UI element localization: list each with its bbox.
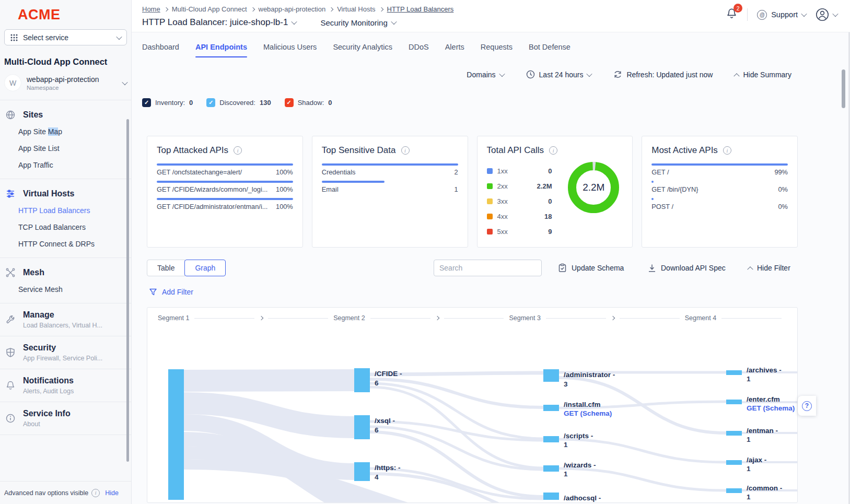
page-scrollbar-thumb[interactable]	[842, 69, 845, 108]
select-service-dropdown[interactable]: Select service	[4, 29, 127, 45]
sankey-node-entman[interactable]	[726, 431, 742, 436]
breadcrumb-item-home[interactable]: Home	[142, 5, 160, 13]
info-icon[interactable]: i	[234, 146, 242, 155]
sankey-node-install[interactable]	[543, 405, 559, 411]
tab-dashboard[interactable]: Dashboard	[142, 43, 179, 57]
segment-line	[194, 318, 254, 319]
bar-label: GET /oncfstatechange=alert/	[157, 168, 242, 176]
checkbox-discovered[interactable]: ✓	[206, 98, 215, 107]
sankey-link-root-cfide[interactable]	[184, 380, 354, 381]
sankey-node-adhocsql[interactable]	[543, 493, 559, 500]
bar-value: 1	[454, 185, 458, 193]
api-sankey-graph[interactable]: /CFIDE -6/xsql -6/https: -4/administrato…	[147, 329, 797, 503]
hide-summary-button[interactable]: Hide Summary	[735, 71, 791, 79]
legend-label: 5xx	[497, 228, 544, 236]
table-view-button[interactable]: Table	[147, 260, 185, 276]
info-icon[interactable]: i	[723, 146, 731, 155]
segment-label-1: Segment 1	[158, 314, 189, 322]
sidebar-group-notifications[interactable]: NotificationsAlerts, Audit Logs	[0, 369, 131, 402]
sankey-node-common[interactable]	[726, 488, 742, 493]
security-monitoring-selector[interactable]: Security Monitoring	[320, 18, 387, 27]
sankey-node-wizards[interactable]	[543, 465, 559, 472]
tab-security-analytics[interactable]: Security Analytics	[333, 43, 392, 57]
sidebar-group-text: SecurityApp Firewall, Service Poli...	[23, 343, 102, 362]
refresh-button[interactable]: Refresh: Updated just now	[613, 70, 713, 79]
counter-value: 0	[189, 99, 193, 107]
sankey-node-cfide[interactable]	[354, 368, 370, 392]
hide-nav-link[interactable]: Hide	[105, 489, 119, 497]
tab-bot-defense[interactable]: Bot Defense	[529, 43, 570, 57]
tab-api-endpoints[interactable]: API Endpoints	[195, 43, 247, 57]
info-icon[interactable]: i	[401, 146, 410, 155]
sankey-node-ajax[interactable]	[726, 460, 742, 465]
sankey-node-schema-link-install[interactable]: GET (Schema)	[564, 409, 612, 417]
bar-label: Email	[322, 185, 339, 193]
sankey-link-cfide-install[interactable]	[370, 379, 543, 407]
sidebar-group-title: Security	[23, 343, 102, 353]
domains-dropdown[interactable]: Domains	[467, 71, 504, 79]
sidebar-item-http-load-balancers[interactable]: HTTP Load Balancers	[0, 202, 131, 219]
list-controls: Table Graph Update Schema	[147, 260, 798, 276]
checkbox-shadow[interactable]: ✓	[285, 98, 294, 107]
hide-filter-button[interactable]: Hide Filter	[748, 260, 790, 276]
sidebar-group-manage[interactable]: ManageLoad Balancers, Virtual H...	[0, 303, 131, 336]
help-button[interactable]: ?	[798, 396, 816, 416]
sankey-link-wizards-common[interactable]	[559, 468, 726, 490]
search-input[interactable]	[434, 260, 542, 276]
sankey-node-https[interactable]	[354, 462, 370, 481]
sankey-link-scripts-ajax[interactable]	[559, 439, 726, 462]
namespace-selector[interactable]: W webapp-api-protection Namespace	[4, 74, 127, 100]
chevron-down-icon[interactable]	[391, 19, 397, 25]
counter-shadow[interactable]: ✓Shadow: 0	[285, 98, 332, 107]
counter-discovered[interactable]: ✓Discovered: 130	[206, 98, 271, 107]
chevron-down-icon[interactable]	[292, 19, 297, 25]
notification-badge: 2	[733, 4, 742, 13]
sidebar-scrollbar[interactable]	[126, 119, 129, 462]
sidebar-item-app-site-map[interactable]: App Site Map	[0, 123, 131, 140]
api-endpoints-graph-panel: Segment 1Segment 2Segment 3Segment 4 /CF…	[147, 307, 798, 503]
add-filter-button[interactable]: Add Filter	[149, 288, 193, 296]
support-menu[interactable]: @ Support	[757, 10, 806, 20]
domains-label: Domains	[467, 71, 495, 79]
sankey-node-scripts[interactable]	[543, 436, 559, 442]
sidebar-item-app-site-list[interactable]: App Site List	[0, 140, 131, 157]
breadcrumb-item-http-load-balancers[interactable]: HTTP Load Balancers	[387, 5, 454, 13]
wrench-icon	[5, 310, 16, 329]
update-schema-button[interactable]: Update Schema	[558, 260, 624, 276]
download-api-spec-button[interactable]: Download API Spec	[648, 260, 726, 276]
sidebar-item-app-traffic[interactable]: App Traffic	[0, 157, 131, 173]
card-title: Total API Calls	[487, 145, 544, 156]
sankey-node-enter[interactable]	[726, 400, 742, 404]
bar-label: GET /bin/{DYN}	[651, 185, 698, 193]
sankey-node-label-archives: /archives -	[747, 366, 782, 374]
sidebar-group-service-info[interactable]: Service InfoAbout	[0, 402, 131, 435]
tab-ddos[interactable]: DDoS	[409, 43, 429, 57]
bar-label: GET /CFIDE/wizards/common/_logi...	[157, 185, 267, 193]
tab-malicious-users[interactable]: Malicious Users	[263, 43, 317, 57]
checkbox-inventory[interactable]: ✓	[142, 98, 151, 107]
sankey-node-archives[interactable]	[726, 370, 742, 375]
sankey-node-value-https: 4	[375, 473, 379, 481]
api-bar-row: GET /bin/{DYN}0%	[651, 181, 788, 193]
notifications-button[interactable]: 2	[726, 7, 738, 22]
sidebar-item-tcp-load-balancers[interactable]: TCP Load Balancers	[0, 219, 131, 236]
sidebar-group-security[interactable]: SecurityApp Firewall, Service Poli...	[0, 336, 131, 369]
sidebar-section-header-sites[interactable]: Sites	[0, 108, 131, 123]
user-menu[interactable]	[816, 8, 837, 21]
sankey-node-schema-link-enter[interactable]: GET (Schema)	[747, 404, 795, 412]
sidebar-item-http-connect-drps[interactable]: HTTP Connect & DRPs	[0, 236, 131, 252]
sankey-node-root[interactable]	[168, 369, 184, 500]
legend-label: 3xx	[497, 197, 544, 205]
sidebar-section-header-virtual-hosts[interactable]: Virtual Hosts	[0, 186, 131, 202]
sankey-node-admin[interactable]	[543, 369, 559, 382]
sankey-node-xsql[interactable]	[354, 415, 370, 439]
sidebar-section-header-mesh[interactable]: Mesh	[0, 265, 131, 281]
tab-requests[interactable]: Requests	[481, 43, 513, 57]
graph-view-button[interactable]: Graph	[184, 260, 226, 276]
tab-alerts[interactable]: Alerts	[445, 43, 464, 57]
info-icon[interactable]: i	[549, 146, 557, 155]
counter-inventory[interactable]: ✓Inventory: 0	[142, 98, 193, 107]
sidebar-item-service-mesh[interactable]: Service Mesh	[0, 281, 131, 298]
time-range-dropdown[interactable]: Last 24 hours	[526, 70, 592, 79]
sidebar-nav: SitesApp Site MapApp Site ListApp Traffi…	[0, 100, 131, 435]
